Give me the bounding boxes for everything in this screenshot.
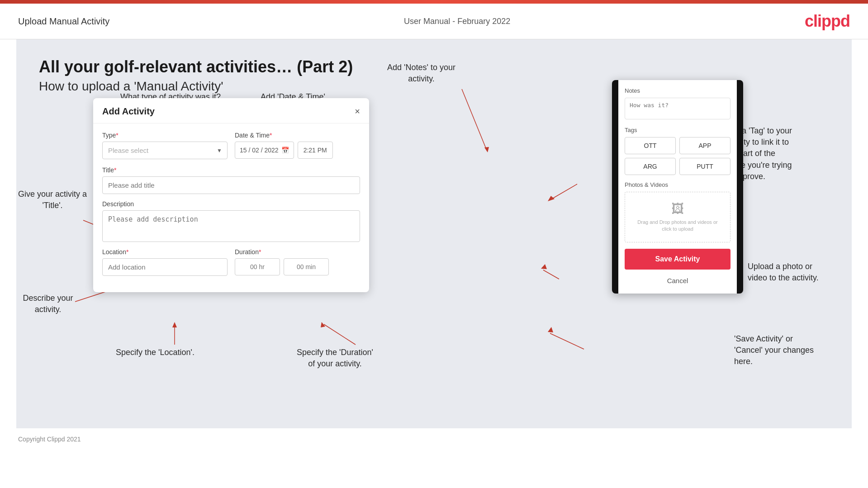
save-activity-button[interactable]: Save Activity [625, 249, 730, 270]
date-value: 15 / 02 / 2022 [240, 147, 279, 154]
duration-group [235, 258, 360, 275]
time-value: 2:21 PM [304, 147, 327, 154]
duration-label: Duration* [235, 248, 360, 256]
phone-inner: Notes Tags OTT APP ARG PUTT Photos & Vid… [618, 80, 737, 294]
title-input[interactable] [102, 176, 360, 194]
location-label: Location* [102, 248, 228, 256]
page-title: Upload Manual Activity [18, 16, 109, 27]
photo-upload-box[interactable]: 🖼 Drag and Drop photos and videos or cli… [625, 192, 730, 242]
callout-describe: Describe your activity. [16, 293, 80, 315]
description-label: Description [102, 200, 360, 208]
duration-field-group: Duration* [235, 248, 360, 276]
type-field-group: Type* Please select ▼ [102, 132, 228, 159]
top-bar [0, 0, 868, 4]
callout-duration: Specify the 'Duration' of your activity. [297, 347, 373, 370]
svg-marker-17 [541, 264, 547, 269]
dialog-title: Add Activity [102, 106, 155, 117]
notes-section-label: Notes [625, 87, 730, 94]
date-input[interactable]: 15 / 02 / 2022 📅 [235, 142, 294, 159]
type-select[interactable]: Please select [102, 142, 228, 159]
svg-marker-9 [172, 322, 177, 327]
close-button[interactable]: × [355, 106, 360, 117]
svg-line-10 [324, 324, 356, 345]
add-activity-dialog: Add Activity × Type* Please select ▼ [93, 98, 369, 292]
dialog-body: Type* Please select ▼ Date & Time* [93, 123, 369, 292]
main-content: All your golf-relevant activities… (Part… [16, 39, 852, 428]
tags-section-label: Tags [625, 127, 730, 133]
svg-marker-19 [548, 327, 553, 332]
form-row-type-date: Type* Please select ▼ Date & Time* [102, 132, 360, 159]
title-field-group: Title* [102, 166, 360, 194]
time-input[interactable]: 2:21 PM [298, 142, 333, 159]
date-time-field-group: Date & Time* 15 / 02 / 2022 📅 2:21 PM [235, 132, 360, 159]
tag-app[interactable]: APP [679, 137, 730, 154]
cancel-button[interactable]: Cancel [625, 274, 730, 287]
photo-upload-text: Drag and Drop photos and videos or click… [630, 219, 726, 233]
svg-marker-11 [321, 322, 325, 327]
description-field-group: Description [102, 200, 360, 242]
type-select-wrapper[interactable]: Please select ▼ [102, 142, 228, 159]
copyright: Copyright Clippd 2021 [18, 436, 81, 443]
location-field-group: Location* [102, 248, 228, 276]
callout-give-title: Give your activity a 'Title'. [16, 189, 89, 211]
logo: clippd [805, 12, 850, 31]
phone-panel: Notes Tags OTT APP ARG PUTT Photos & Vid… [612, 80, 743, 294]
dialog-header: Add Activity × [93, 98, 369, 123]
header: Upload Manual Activity User Manual - Feb… [0, 4, 868, 39]
tag-putt[interactable]: PUTT [679, 158, 730, 175]
svg-line-18 [550, 333, 584, 349]
tag-ott[interactable]: OTT [625, 137, 676, 154]
callout-tag: Add a 'Tag' to your activity to link it … [725, 125, 852, 182]
svg-marker-15 [548, 196, 555, 201]
callout-save: 'Save Activity' or 'Cancel' your changes… [734, 333, 852, 368]
footer: Copyright Clippd 2021 [0, 428, 868, 450]
callout-location: Specify the 'Location'. [116, 347, 194, 358]
svg-line-16 [543, 270, 559, 279]
svg-marker-13 [484, 147, 489, 152]
title-label: Title* [102, 166, 360, 174]
form-row-location-duration: Location* Duration* [102, 248, 360, 276]
callout-notes: Add 'Notes' to your activity. [387, 62, 455, 85]
date-time-group: 15 / 02 / 2022 📅 2:21 PM [235, 142, 360, 159]
location-input[interactable] [102, 258, 228, 276]
photos-section-label: Photos & Videos [625, 181, 730, 188]
notes-input[interactable] [625, 98, 730, 119]
duration-min-input[interactable] [284, 258, 329, 275]
duration-hr-input[interactable] [235, 258, 280, 275]
description-textarea[interactable] [102, 210, 360, 242]
date-time-label: Date & Time* [235, 132, 360, 139]
calendar-icon: 📅 [281, 147, 289, 154]
tag-arg[interactable]: ARG [625, 158, 676, 175]
photo-upload-icon: 🖼 [630, 201, 726, 216]
svg-line-14 [550, 184, 577, 200]
tags-grid: OTT APP ARG PUTT [625, 137, 730, 175]
type-label: Type* [102, 132, 228, 139]
callout-photo: Upload a photo or video to the activity. [748, 261, 852, 284]
svg-line-12 [462, 89, 487, 150]
manual-title: User Manual - February 2022 [404, 17, 510, 26]
